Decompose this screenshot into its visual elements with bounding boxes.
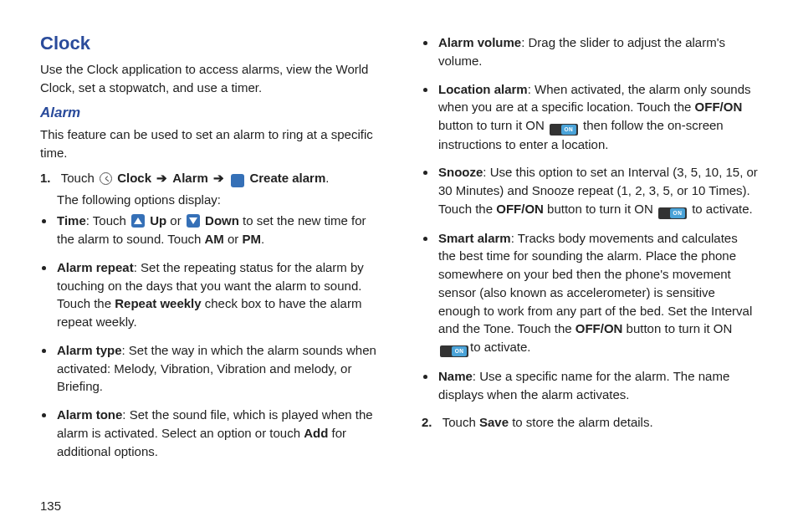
step-2-line: 2. Touch Save to store the alarm details… — [422, 413, 758, 432]
am-label: AM — [205, 232, 224, 246]
plus-icon: + — [231, 174, 244, 187]
section-title: Clock — [40, 30, 376, 57]
list-item: Time: Touch Up or Down to set the new ti… — [55, 212, 376, 248]
toggle-on-label: ON — [670, 208, 685, 218]
page: Clock Use the Clock application to acces… — [0, 0, 798, 532]
bullet-label-location: Location alarm — [438, 82, 528, 96]
step-1-clock-label: Clock — [117, 171, 151, 185]
page-number: 135 — [40, 497, 758, 515]
toggle-on-icon: ON — [658, 207, 687, 219]
t: to activate. — [470, 340, 531, 354]
subsection-title-alarm: Alarm — [40, 103, 376, 124]
add-label: Add — [304, 426, 328, 440]
bullet-label-tone: Alarm tone — [57, 407, 122, 422]
t: : Tracks body movements and calculates t… — [438, 231, 752, 336]
toggle-on-icon: ON — [550, 124, 578, 136]
step-2-number: 2. — [422, 415, 432, 429]
offon-label: OFF/ON — [695, 100, 743, 114]
options-list-right: Alarm volume: Drag the slider to adjust … — [437, 33, 758, 403]
alarm-intro: This feature can be used to set an alarm… — [40, 125, 376, 162]
repeat-weekly-label: Repeat weekly — [115, 296, 201, 310]
bullet-label-type: Alarm type — [57, 343, 122, 357]
column-right: Alarm volume: Drag the slider to adjust … — [422, 30, 758, 492]
up-label: Up — [150, 213, 166, 228]
t: to activate. — [688, 202, 753, 216]
t: Touch — [442, 415, 479, 429]
bullet-label-time: Time — [57, 213, 86, 228]
list-item: Location alarm: When activated, the alar… — [437, 80, 758, 154]
column-left: Clock Use the Clock application to acces… — [40, 30, 376, 492]
t: or — [166, 213, 185, 228]
t: button to turn it ON — [544, 202, 657, 216]
t: button to turn it ON — [622, 321, 732, 335]
t: button to turn it ON — [438, 118, 548, 132]
bullet-label-name: Name — [438, 369, 473, 383]
arrow-icon: ➔ — [156, 171, 167, 185]
save-label: Save — [479, 415, 509, 429]
t: : Use a specific name for the alarm. The… — [438, 369, 729, 402]
t: or — [224, 232, 243, 246]
step-1-touch: Touch — [61, 171, 98, 185]
step-1-alarm-label: Alarm — [172, 171, 208, 185]
step-1-create-label: Create alarm — [249, 171, 325, 185]
bullet-label-snooze: Snooze — [438, 165, 483, 179]
options-list-left: Time: Touch Up or Down to set the new ti… — [55, 212, 376, 460]
list-item: Smart alarm: Tracks body movements and c… — [437, 229, 758, 357]
list-item: Name: Use a specific name for the alarm.… — [437, 367, 758, 404]
t: to store the alarm details. — [509, 415, 653, 429]
step-1-after: The following options display: — [57, 191, 376, 209]
bullet-label-repeat: Alarm repeat — [57, 260, 134, 274]
toggle-on-label: ON — [452, 346, 467, 356]
columns: Clock Use the Clock application to acces… — [40, 30, 758, 492]
step-1-number: 1. — [40, 171, 51, 185]
bullet-label-volume: Alarm volume — [438, 35, 521, 49]
toggle-on-label: ON — [561, 125, 576, 135]
t: . — [261, 232, 264, 246]
down-icon — [187, 214, 200, 228]
bullet-label-smart: Smart alarm — [438, 231, 511, 245]
pm-label: PM — [243, 232, 262, 246]
list-item: Alarm tone: Set the sound file, which is… — [55, 406, 376, 460]
offon-label: OFF/ON — [496, 202, 544, 216]
clock-icon — [100, 172, 112, 185]
list-item: Snooze: Use this option to set an Interv… — [437, 163, 758, 218]
list-item: Alarm type: Set the way in which the ala… — [55, 341, 376, 396]
down-label: Down — [205, 213, 239, 228]
offon-label: OFF/ON — [575, 321, 623, 335]
up-icon — [131, 214, 145, 228]
step-1-period: . — [325, 171, 329, 185]
section-intro: Use the Clock application to access alar… — [40, 60, 376, 97]
list-item: Alarm repeat: Set the repeating status f… — [55, 258, 376, 331]
t: : Touch — [86, 213, 130, 228]
toggle-on-icon: ON — [440, 345, 468, 357]
list-item: Alarm volume: Drag the slider to adjust … — [437, 33, 758, 70]
step-1-line: 1. Touch Clock ➔ Alarm ➔ + Create alarm. — [57, 169, 376, 187]
